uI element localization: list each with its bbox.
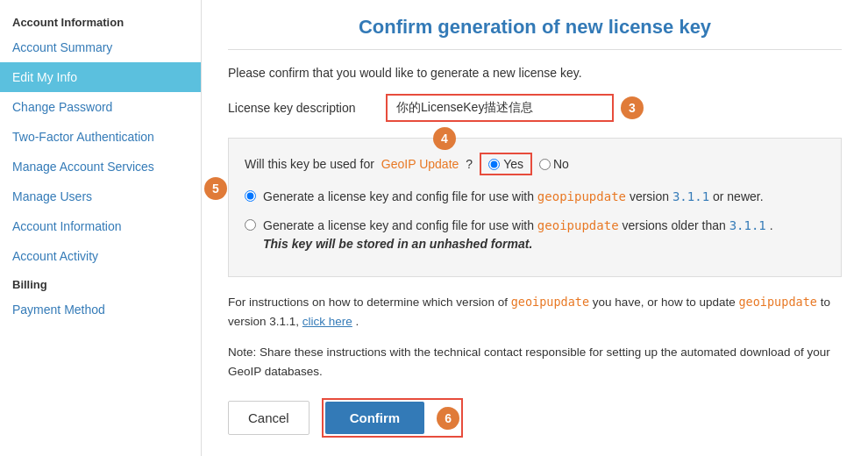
step-badge-3: 3 <box>621 96 644 119</box>
opt2-note: This key will be stored in an unhashed f… <box>263 237 532 251</box>
geoip-question-suffix: ? <box>466 157 473 171</box>
sidebar-section-account-info: Account Information Account Summary Edit… <box>0 9 201 271</box>
sidebar-item-account-summary[interactable]: Account Summary <box>0 32 201 62</box>
confirm-button-wrap: Confirm 6 <box>322 398 464 438</box>
opt2-version: 3.1.1 <box>729 218 766 232</box>
yes-label[interactable]: Yes <box>503 157 523 171</box>
main-content: Confirm generation of new license key Pl… <box>202 0 868 456</box>
option-row-1: Generate a license key and config file f… <box>245 188 825 206</box>
sidebar: Account Information Account Summary Edit… <box>0 0 202 456</box>
opt1-prefix: Generate a license key and config file f… <box>263 189 534 203</box>
option-text-2: Generate a license key and config file f… <box>263 217 773 253</box>
geoip-question-prefix: Will this key be used for <box>245 157 374 171</box>
sidebar-item-account-information[interactable]: Account Information <box>0 211 201 241</box>
opt1-code: geopipupdate <box>537 189 626 203</box>
info-code2: geoipupdate <box>738 295 816 309</box>
version-radio-2[interactable] <box>245 219 256 231</box>
geoip-link[interactable]: GeoIP Update <box>381 157 459 171</box>
license-label: License key description <box>228 101 386 115</box>
option-row-2: Generate a license key and config file f… <box>245 217 825 253</box>
sidebar-item-account-activity[interactable]: Account Activity <box>0 241 201 271</box>
page-title: Confirm generation of new license key <box>228 0 842 50</box>
option-text-1: Generate a license key and config file f… <box>263 188 764 206</box>
sidebar-item-edit-my-info[interactable]: Edit My Info <box>0 62 201 92</box>
geoip-question: Will this key be used for GeoIP Update ?… <box>245 153 825 175</box>
opt1-suffix: or newer. <box>713 189 764 203</box>
opt2-code: geoipupdate <box>537 218 619 232</box>
version-radio-1[interactable] <box>245 190 256 202</box>
license-key-input[interactable] <box>386 94 614 122</box>
sidebar-item-two-factor-auth[interactable]: Two-Factor Authentication <box>0 122 201 152</box>
step-badge-6: 6 <box>437 407 459 430</box>
opt1-version: 3.1.1 <box>672 189 709 203</box>
sidebar-item-payment-method[interactable]: Payment Method <box>0 295 201 324</box>
opt2-prefix: Generate a license key and config file f… <box>263 218 534 232</box>
sidebar-section-title-billing: Billing <box>0 271 201 295</box>
info-middle: you have, or how to update <box>593 296 736 309</box>
sidebar-item-manage-users[interactable]: Manage Users <box>0 182 201 211</box>
opt1-middle: version <box>630 189 669 203</box>
sidebar-item-manage-account-services[interactable]: Manage Account Services <box>0 152 201 182</box>
yes-radio[interactable] <box>488 159 500 170</box>
license-key-row: License key description 3 <box>228 94 842 122</box>
info-prefix: For instructions on how to determine whi… <box>228 296 508 309</box>
no-radio[interactable] <box>539 159 551 170</box>
no-label[interactable]: No <box>553 157 569 171</box>
opt2-middle: versions older than <box>622 218 725 232</box>
step-badge-5: 5 <box>204 177 227 200</box>
intro-text: Please confirm that you would like to ge… <box>228 66 842 80</box>
opt2-suffix: . <box>770 218 773 232</box>
note-section: Note: Share these instructions with the … <box>228 343 842 381</box>
sidebar-item-change-password[interactable]: Change Password <box>0 92 201 122</box>
button-row: Cancel Confirm 6 <box>228 398 842 438</box>
confirm-button[interactable]: Confirm <box>325 402 425 434</box>
click-here-link[interactable]: click here <box>302 315 352 328</box>
step-badge-4: 4 <box>433 127 456 150</box>
cancel-button[interactable]: Cancel <box>228 401 309 435</box>
no-radio-wrap: No <box>539 157 569 171</box>
info-code1: geoipupdate <box>511 295 589 309</box>
yes-radio-box: Yes <box>480 153 532 175</box>
geoip-box: 4 5 Will this key be used for GeoIP Upda… <box>228 138 842 277</box>
sidebar-section-billing: Billing Payment Method <box>0 271 201 324</box>
info-link-suffix: . <box>356 315 359 328</box>
info-section: For instructions on how to determine whi… <box>228 293 842 331</box>
sidebar-section-title-account: Account Information <box>0 9 201 32</box>
